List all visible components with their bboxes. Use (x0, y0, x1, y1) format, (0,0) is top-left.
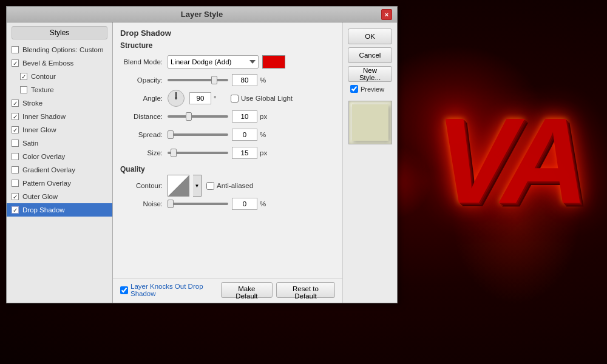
style-item-texture[interactable]: Texture (7, 83, 112, 96)
spread-unit: % (260, 131, 272, 138)
style-item-inner-glow[interactable]: ✓Inner Glow (7, 123, 112, 136)
cancel-button[interactable]: Cancel (348, 47, 392, 63)
size-row: Size: px (120, 146, 335, 160)
drop-shadow-title: Drop Shadow (120, 29, 335, 38)
styles-button[interactable]: Styles (12, 26, 107, 39)
close-button[interactable]: × (381, 9, 392, 20)
style-label: Drop Shadow (22, 206, 65, 214)
style-item-outer-glow[interactable]: ✓Outer Glow (7, 190, 112, 203)
preview-box (348, 101, 392, 144)
angle-dial[interactable] (168, 90, 185, 107)
size-slider-container: px (168, 147, 335, 159)
style-checkbox[interactable] (12, 140, 19, 147)
style-label: Stroke (22, 99, 42, 107)
preview-label: Preview (348, 85, 392, 93)
dialog-title-bar: Layer Style × (7, 7, 397, 22)
anti-aliased-checkbox[interactable] (206, 182, 214, 190)
noise-label: Noise: (120, 200, 163, 207)
noise-slider-container: % (168, 198, 335, 210)
opacity-unit: % (260, 76, 272, 84)
quality-section: Quality Contour: ▼ An (120, 165, 335, 211)
style-label: Outer Glow (22, 193, 58, 200)
style-checkbox[interactable]: ✓ (12, 113, 19, 120)
noise-slider[interactable] (168, 203, 228, 205)
use-global-light-checkbox[interactable] (231, 95, 239, 103)
style-checkbox[interactable] (12, 153, 19, 160)
styles-panel: Styles Blending Options: Custom✓Bevel & … (7, 22, 113, 303)
style-item-satin[interactable]: Satin (7, 136, 112, 150)
distance-slider[interactable] (168, 115, 228, 118)
contour-svg (168, 175, 189, 196)
angle-label: Angle: (120, 95, 163, 102)
anti-aliased-label[interactable]: Anti-aliased (206, 182, 253, 190)
style-checkbox[interactable]: ✓ (12, 99, 19, 107)
opacity-slider-container: % (168, 74, 335, 86)
dialog-body: Styles Blending Options: Custom✓Bevel & … (7, 22, 397, 303)
style-checkbox[interactable]: ✓ (12, 193, 19, 200)
dialog-title: Layer Style (22, 10, 381, 19)
make-default-button[interactable]: Make Default (221, 282, 273, 298)
style-checkbox[interactable] (12, 180, 19, 187)
style-label: Contour (31, 73, 56, 80)
spread-row: Spread: % (120, 127, 335, 142)
contour-preview[interactable] (168, 175, 189, 197)
noise-unit: % (260, 200, 272, 207)
style-item-gradient-overlay[interactable]: Gradient Overlay (7, 163, 112, 177)
style-item-drop-shadow[interactable]: ✓Drop Shadow (7, 203, 112, 217)
angle-dial-center (175, 97, 177, 99)
angle-unit: ° (214, 95, 226, 102)
size-slider[interactable] (168, 152, 228, 154)
size-label: Size: (120, 149, 163, 157)
right-buttons-panel: OK Cancel New Style... Preview (342, 22, 397, 303)
blend-mode-label: Blend Mode: (120, 58, 163, 66)
preview-checkbox[interactable] (350, 85, 358, 93)
style-checkbox[interactable]: ✓ (20, 73, 27, 80)
style-checkbox[interactable] (20, 86, 27, 93)
style-item-stroke[interactable]: ✓Stroke (7, 96, 112, 110)
angle-row: Angle: ° Use Global Light (120, 91, 335, 106)
style-label: Pattern Overlay (22, 180, 71, 187)
new-style-button[interactable]: New Style... (348, 66, 392, 82)
style-label: Bevel & Emboss (22, 59, 73, 67)
spread-input[interactable] (232, 129, 257, 141)
structure-title: Structure (120, 41, 335, 50)
use-global-light-label[interactable]: Use Global Light (231, 95, 293, 103)
opacity-slider[interactable] (168, 79, 228, 81)
style-checkbox[interactable]: ✓ (12, 59, 19, 67)
size-input[interactable] (232, 147, 257, 159)
ok-button[interactable]: OK (348, 29, 392, 44)
style-item-color-overlay[interactable]: Color Overlay (7, 150, 112, 163)
distance-input[interactable] (232, 110, 257, 123)
styles-list: Blending Options: Custom✓Bevel & Emboss✓… (7, 42, 112, 303)
style-item-pattern-overlay[interactable]: Pattern Overlay (7, 177, 112, 190)
opacity-input[interactable] (232, 74, 257, 86)
style-checkbox[interactable]: ✓ (12, 206, 19, 214)
blend-mode-select[interactable]: Linear Dodge (Add) (168, 55, 259, 69)
style-checkbox[interactable] (12, 166, 19, 174)
style-label: Inner Glow (22, 126, 56, 133)
color-swatch[interactable] (262, 55, 285, 69)
distance-slider-container: px (168, 110, 335, 123)
noise-input[interactable] (232, 198, 257, 210)
style-label: Inner Shadow (22, 113, 66, 120)
bottom-buttons: Make Default Reset to Default (221, 282, 335, 298)
layer-knocks-out-checkbox[interactable] (120, 286, 128, 294)
layer-knocks-out-label[interactable]: Layer Knocks Out Drop Shadow (120, 283, 216, 297)
style-label: Gradient Overlay (22, 166, 75, 174)
content-area: Drop Shadow Structure Blend Mode: Linear… (113, 22, 342, 278)
style-item-contour[interactable]: ✓Contour (7, 70, 112, 83)
contour-dropdown-button[interactable]: ▼ (193, 175, 202, 197)
bottom-row: Layer Knocks Out Drop Shadow Make Defaul… (113, 278, 342, 303)
style-checkbox[interactable]: ✓ (12, 126, 19, 133)
distance-label: Distance: (120, 113, 163, 120)
main-panel: Drop Shadow Structure Blend Mode: Linear… (113, 22, 342, 303)
style-item-inner-shadow[interactable]: ✓Inner Shadow (7, 110, 112, 123)
reset-to-default-button[interactable]: Reset to Default (276, 282, 335, 298)
spread-slider[interactable] (168, 133, 228, 136)
style-checkbox[interactable] (12, 46, 19, 53)
angle-input[interactable] (189, 92, 211, 104)
style-item-bevel-emboss[interactable]: ✓Bevel & Emboss (7, 56, 112, 70)
spread-label: Spread: (120, 131, 163, 138)
layer-style-dialog: Layer Style × Styles Blending Options: C… (6, 6, 398, 303)
style-item-blending-options-custom[interactable]: Blending Options: Custom (7, 43, 112, 56)
